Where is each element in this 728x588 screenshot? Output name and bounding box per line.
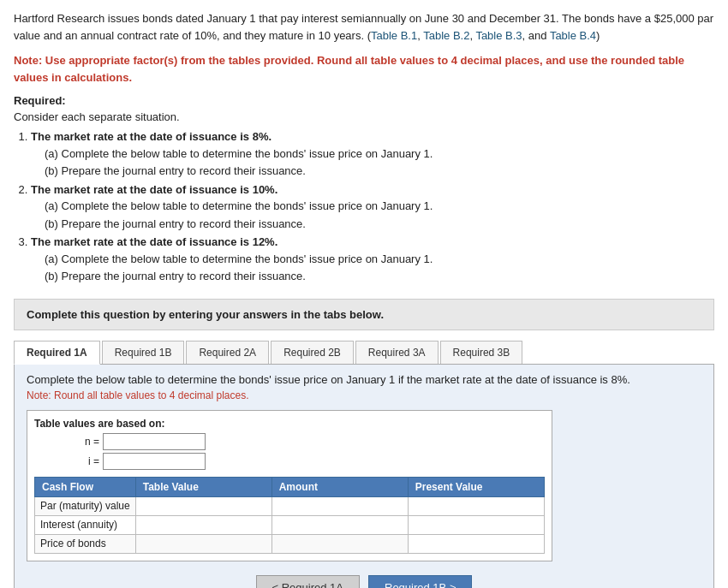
- row2-tv-input[interactable]: [136, 516, 272, 534]
- n-input[interactable]: [103, 433, 206, 450]
- item1-subb: (b) Prepare the journal entry to record …: [45, 163, 714, 180]
- tabs-bar: Required 1A Required 1B Required 2A Requ…: [14, 341, 714, 365]
- col-present-value: Present Value: [408, 477, 544, 496]
- item1-main: The market rate at the date of issuance …: [31, 130, 272, 143]
- row3-amount: [272, 534, 408, 553]
- row1-pv: [408, 496, 544, 515]
- tab-req3b[interactable]: Required 3B: [440, 341, 523, 364]
- row3-pv-input[interactable]: [409, 535, 544, 553]
- item2-main: The market rate at the date of issuance …: [31, 183, 277, 196]
- item2-suba: (a) Complete the below table to determin…: [45, 198, 714, 215]
- n-row: n =: [34, 433, 545, 450]
- i-row: i =: [34, 453, 545, 470]
- tab-note: Note: Round all table values to 4 decima…: [27, 389, 701, 401]
- i-label: i =: [34, 455, 103, 467]
- item1-suba: (a) Complete the below table to determin…: [45, 146, 714, 163]
- cash-flow-table: Cash Flow Table Value Amount Present Val…: [34, 477, 545, 554]
- note-text: Note: Use appropriate factor(s) from the…: [14, 52, 714, 86]
- col-table-value: Table Value: [135, 477, 272, 496]
- row2-amount-input[interactable]: [272, 516, 408, 534]
- complete-box: Complete this question by entering your …: [14, 299, 714, 330]
- item3-subb: (b) Prepare the journal entry to record …: [45, 268, 714, 285]
- table-b4-link[interactable]: Table B.4: [550, 29, 596, 42]
- n-label: n =: [34, 436, 103, 448]
- row1-label: Par (maturity) value: [35, 496, 136, 515]
- row1-amount: [272, 496, 408, 515]
- situation-list: The market rate at the date of issuance …: [31, 128, 714, 285]
- row3-label: Price of bonds: [35, 534, 136, 553]
- row2-pv-input[interactable]: [409, 516, 544, 534]
- required-label: Required:: [14, 94, 714, 107]
- intro-paragraph: Hartford Research issues bonds dated Jan…: [14, 10, 714, 44]
- tab-req1a[interactable]: Required 1A: [14, 341, 100, 365]
- row2-pv: [408, 515, 544, 534]
- next-button[interactable]: Required 1B >: [368, 575, 472, 589]
- table-b3-link[interactable]: Table B.3: [475, 29, 522, 42]
- consider-text: Consider each separate situation.: [14, 110, 714, 123]
- row3-pv: [408, 534, 544, 553]
- col-amount: Amount: [272, 477, 408, 496]
- nav-buttons: < Required 1A Required 1B >: [27, 575, 701, 589]
- tab-instruction: Complete the below table to determine th…: [27, 373, 701, 386]
- row2-amount: [272, 515, 408, 534]
- table-row: Par (maturity) value: [35, 496, 545, 515]
- col-cash-flow: Cash Flow: [35, 477, 136, 496]
- row2-label: Interest (annuity): [35, 515, 136, 534]
- item3-main: The market rate at the date of issuance …: [31, 235, 277, 248]
- row1-pv-input[interactable]: [409, 497, 544, 515]
- table-row: Price of bonds: [35, 534, 545, 553]
- tab-req1b[interactable]: Required 1B: [102, 341, 185, 364]
- item2-subb: (b) Prepare the journal entry to record …: [45, 216, 714, 233]
- table-section: Table values are based on: n = i = Cash …: [27, 410, 552, 561]
- row2-table-value: [135, 515, 272, 534]
- prev-button[interactable]: < Required 1A: [256, 575, 360, 589]
- table-b2-link[interactable]: Table B.2: [423, 29, 469, 42]
- row1-table-value: [135, 496, 272, 515]
- row1-amount-input[interactable]: [272, 497, 408, 515]
- table-b1-link[interactable]: Table B.1: [371, 29, 417, 42]
- row3-table-value: [135, 534, 272, 553]
- i-input[interactable]: [103, 453, 206, 470]
- tab-req2a[interactable]: Required 2A: [186, 341, 269, 364]
- table-based-on-label: Table values are based on:: [34, 418, 545, 430]
- tab-content: Complete the below table to determine th…: [14, 365, 714, 589]
- row1-tv-input[interactable]: [136, 497, 272, 515]
- table-row: Interest (annuity): [35, 515, 545, 534]
- tab-req3a[interactable]: Required 3A: [355, 341, 439, 364]
- item3-suba: (a) Complete the below table to determin…: [45, 251, 714, 268]
- tab-req2b[interactable]: Required 2B: [271, 341, 354, 364]
